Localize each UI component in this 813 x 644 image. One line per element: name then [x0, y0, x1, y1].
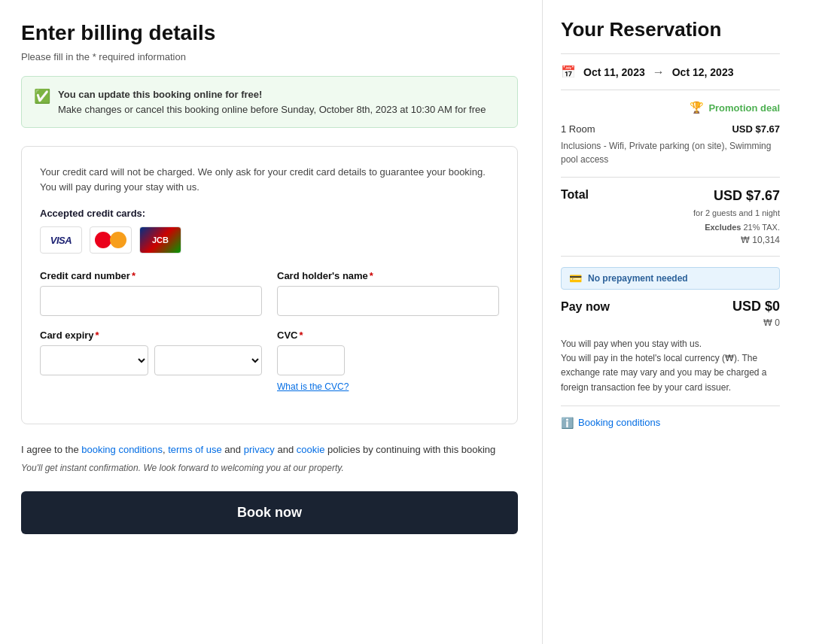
pay-desc1: You will pay when you stay with us. You …: [561, 337, 780, 395]
credit-card-number-input[interactable]: [40, 286, 262, 316]
confirmation-note: You'll get instant confirmation. We look…: [21, 463, 518, 473]
card-notice: Your credit card will not be charged. We…: [40, 165, 499, 194]
total-row: Total USD $7.67: [561, 188, 780, 204]
expiry-year-select[interactable]: 2023 2024 2025 2026 2027 2028 2029 2030: [154, 345, 263, 375]
page-title: Enter billing details: [21, 21, 518, 45]
room-row: 1 Room USD $7.67: [561, 123, 780, 135]
total-sub2: Excludes 21% TAX.: [561, 221, 780, 234]
required-star: *: [132, 270, 136, 281]
credit-card-icon: 💳: [569, 272, 582, 284]
date-row: 📅 Oct 11, 2023 → Oct 12, 2023: [561, 65, 780, 79]
check-in-date: Oct 11, 2023: [583, 66, 645, 78]
required-star-expiry: *: [96, 330, 99, 341]
pay-now-row: Pay now USD $0: [561, 299, 780, 314]
booking-conditions-link[interactable]: booking conditions: [81, 444, 163, 455]
divider-5: [561, 406, 780, 406]
card-section: Your credit card will not be charged. We…: [21, 146, 518, 424]
cookie-link[interactable]: cookie: [297, 444, 325, 455]
required-star-cvc: *: [299, 330, 303, 341]
divider-4: [561, 256, 780, 257]
right-panel: Your Reservation 📅 Oct 11, 2023 → Oct 12…: [542, 0, 798, 644]
cvc-input[interactable]: [277, 345, 345, 375]
book-now-button[interactable]: Book now: [21, 491, 518, 534]
check-out-date: Oct 12, 2023: [672, 66, 734, 78]
agreement-text: I agree to the booking conditions, terms…: [21, 442, 518, 458]
no-prepay-text: No prepayment needed: [588, 273, 688, 284]
check-circle-icon: ✅: [34, 88, 50, 105]
mc-circle-left: [95, 232, 111, 248]
expiry-inputs: 01 02 03 04 05 06 07 08 09 10 11 12: [40, 345, 262, 375]
info-banner: ✅ You can update this booking online for…: [21, 76, 518, 128]
expiry-group: Card expiry* 01 02 03 04 05 06 07 08: [40, 330, 262, 392]
required-star-holder: *: [370, 270, 373, 281]
no-prepay-badge: 💳 No prepayment needed: [561, 267, 780, 290]
pay-now-label: Pay now: [561, 300, 610, 314]
card-holder-group: Card holder's name*: [277, 270, 499, 316]
arrow-icon: →: [653, 65, 665, 79]
mc-circle-right: [110, 232, 126, 248]
divider-2: [561, 90, 780, 90]
card-holder-label: Card holder's name*: [277, 270, 499, 281]
left-panel: Enter billing details Please fill in the…: [0, 0, 542, 564]
won-amount: ₩ 10,314: [561, 235, 780, 245]
divider-1: [561, 53, 780, 54]
accepted-cards-label: Accepted credit cards:: [40, 208, 499, 219]
info-banner-text: You can update this booking online for f…: [58, 87, 486, 117]
pay-now-won: ₩ 0: [561, 317, 780, 328]
total-sub1: for 2 guests and 1 night: [561, 207, 780, 220]
card-holder-name-input[interactable]: [277, 286, 499, 316]
divider-3: [561, 177, 780, 178]
cvc-label: CVC*: [277, 330, 499, 341]
total-price: USD $7.67: [714, 188, 780, 204]
promotion-text: Promotion deal: [708, 102, 780, 114]
cvc-help-link[interactable]: What is the CVC?: [277, 381, 499, 392]
visa-card-logo: VISA: [40, 226, 82, 254]
cvc-group: CVC* What is the CVC?: [277, 330, 499, 392]
calendar-icon: 📅: [561, 65, 576, 79]
room-price: USD $7.67: [732, 123, 780, 135]
jcb-card-logo: JCB: [139, 226, 181, 254]
booking-conditions-link[interactable]: Booking conditions: [578, 417, 660, 428]
reservation-title: Your Reservation: [561, 18, 780, 41]
card-logos: VISA JCB: [40, 226, 499, 254]
booking-conditions-row: ℹ️ Booking conditions: [561, 417, 780, 429]
total-label: Total: [561, 188, 589, 202]
inclusions-text: Inclusions - Wifi, Private parking (on s…: [561, 139, 780, 166]
promotion-row: 🏆 Promotion deal: [561, 101, 780, 114]
privacy-link[interactable]: privacy: [244, 444, 275, 455]
card-number-row: Credit card number* Card holder's name*: [40, 270, 499, 316]
room-label: 1 Room: [561, 123, 595, 135]
mastercard-logo: [90, 226, 132, 254]
card-number-group: Credit card number*: [40, 270, 262, 316]
expiry-cvc-row: Card expiry* 01 02 03 04 05 06 07 08: [40, 330, 499, 392]
terms-of-use-link[interactable]: terms of use: [168, 444, 222, 455]
subtitle: Please fill in the * required informatio…: [21, 51, 518, 62]
expiry-month-select[interactable]: 01 02 03 04 05 06 07 08 09 10 11 12: [40, 345, 148, 375]
expiry-label: Card expiry*: [40, 330, 262, 341]
info-circle-icon: ℹ️: [561, 417, 574, 429]
card-number-label: Credit card number*: [40, 270, 262, 281]
pay-now-amount: USD $0: [732, 299, 780, 314]
trophy-icon: 🏆: [690, 101, 704, 114]
